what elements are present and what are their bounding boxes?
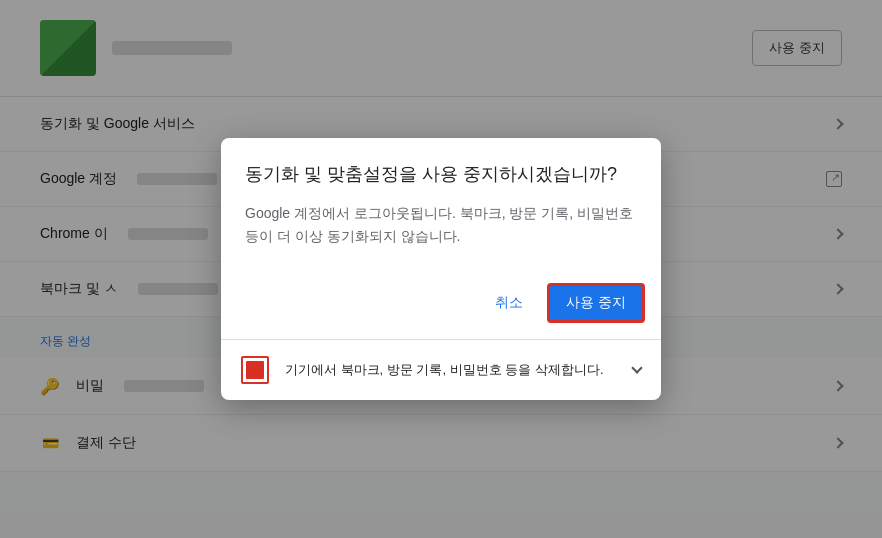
checkbox-icon[interactable] (241, 356, 269, 384)
dialog-content: 동기화 및 맞춤설정을 사용 중지하시겠습니까? Google 계정에서 로그아… (221, 138, 661, 247)
cancel-button[interactable]: 취소 (479, 286, 539, 320)
modal-overlay: 동기화 및 맞춤설정을 사용 중지하시겠습니까? Google 계정에서 로그아… (0, 0, 882, 538)
confirm-disable-button[interactable]: 사용 중지 (547, 283, 645, 323)
dialog-footer: 기기에서 북마크, 방문 기록, 비밀번호 등을 삭제합니다. (221, 339, 661, 400)
confirm-dialog: 동기화 및 맞춤설정을 사용 중지하시겠습니까? Google 계정에서 로그아… (221, 138, 661, 400)
dialog-actions: 취소 사용 중지 (221, 271, 661, 339)
checkbox-inner (246, 361, 264, 379)
settings-background: 사용 중지 동기화 및 Google 서비스 Google 계정 Chrome … (0, 0, 882, 538)
chevron-down-icon[interactable] (631, 362, 642, 373)
dialog-body: Google 계정에서 로그아웃됩니다. 북마크, 방문 기록, 비밀번호 등이… (245, 202, 637, 247)
dialog-title: 동기화 및 맞춤설정을 사용 중지하시겠습니까? (245, 162, 637, 186)
dialog-footer-text: 기기에서 북마크, 방문 기록, 비밀번호 등을 삭제합니다. (285, 361, 617, 379)
